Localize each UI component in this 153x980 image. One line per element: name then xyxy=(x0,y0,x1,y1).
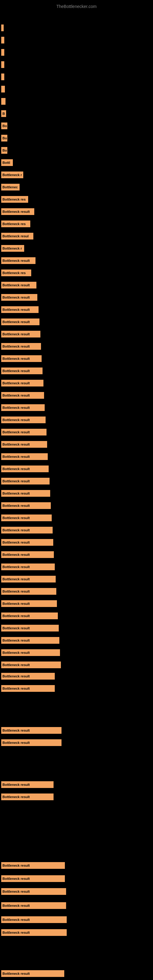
list-item: Bottleneck result xyxy=(1,637,59,644)
list-item: Bottleneck result xyxy=(1,208,34,215)
bar-label: Bottleneck result xyxy=(2,614,30,618)
list-item xyxy=(1,24,4,31)
list-item: Bottleneck result xyxy=(1,527,53,533)
list-item: Bottleneck result xyxy=(1,331,40,337)
list-item: Bottl xyxy=(1,159,13,166)
bar-label: Bottleneck result xyxy=(2,528,30,532)
bar-label: Bottleneck result xyxy=(2,663,30,667)
list-item: Bottleneck result xyxy=(1,490,50,497)
list-item: Bottleneck result xyxy=(1,380,43,387)
bar-label: Bottleneck result xyxy=(2,283,30,287)
list-item: Bottleneck result xyxy=(1,417,46,423)
bar-label: Bottleneck result xyxy=(2,783,30,786)
list-item: Bottleneck result xyxy=(1,551,54,558)
list-item: Bo xyxy=(1,135,7,142)
bar-label: Bottleneck result xyxy=(2,565,30,569)
bar-label: Bottleneck result xyxy=(2,369,30,373)
bar-label: Bottlenec xyxy=(2,185,18,189)
bar-label: Bottleneck result xyxy=(2,345,30,348)
list-item: Bottleneck result xyxy=(1,781,54,788)
list-item: Bottleneck result xyxy=(1,739,62,746)
bar-label: Bottleneck result xyxy=(2,504,30,508)
bar-label: Bottleneck result xyxy=(2,492,30,495)
list-item: Bottleneck result xyxy=(1,662,61,668)
list-item: Bottleneck resul xyxy=(1,233,33,240)
list-item: Bottleneck result xyxy=(1,343,41,350)
bar-label: B xyxy=(2,112,5,115)
list-item: Bottleneck result xyxy=(1,306,38,313)
list-item: Bo xyxy=(1,123,7,129)
bar-label: Bottleneck result xyxy=(2,479,30,483)
list-item: Bottleneck result xyxy=(1,478,49,485)
bar-label: Bottleneck result xyxy=(2,651,30,654)
bar-label: Bottleneck result xyxy=(2,972,30,975)
list-item: Bottleneck result xyxy=(1,902,66,909)
list-item: Bottleneck result xyxy=(1,888,66,895)
bar-label: Bottleneck result xyxy=(2,626,30,630)
bar-label: Bottleneck result xyxy=(2,296,30,299)
list-item: Bottleneck result xyxy=(1,539,53,546)
bar-label: Bottleneck result xyxy=(2,210,30,213)
list-item: Bottleneck r xyxy=(1,172,23,178)
bar-label: Bottleneck result xyxy=(2,357,30,360)
bar-label: Bottleneck result xyxy=(2,590,30,593)
list-item: B xyxy=(1,110,6,117)
bar-label: Bottleneck result xyxy=(2,259,30,262)
bar-label: Bottleneck result xyxy=(2,918,30,921)
list-item: Bottleneck r xyxy=(1,245,24,252)
list-item: Bottleneck result xyxy=(1,875,65,882)
list-item xyxy=(1,98,5,105)
bar-label: Bottleneck result xyxy=(2,541,30,544)
list-item: Bottleneck result xyxy=(1,514,52,521)
list-item: Bottleneck res xyxy=(1,196,28,203)
bar-label: Bottleneck result xyxy=(2,904,30,907)
bar-label: Bottleneck result xyxy=(2,516,30,520)
list-item: Bottleneck result xyxy=(1,563,55,570)
bar-label: Bottleneck result xyxy=(2,890,30,893)
list-item: Bottleneck result xyxy=(1,392,44,399)
list-item: Bottleneck result xyxy=(1,257,35,264)
bar-label: Bo xyxy=(2,136,7,140)
list-item: Bottleneck res xyxy=(1,221,30,227)
bar-label: Bottleneck result xyxy=(2,741,30,745)
list-item: Bottlenec xyxy=(1,184,19,191)
list-item: Bottleneck result xyxy=(1,502,51,509)
list-item: Bottleneck result xyxy=(1,727,62,734)
list-item: Bottleneck result xyxy=(1,916,67,923)
list-item xyxy=(1,37,4,43)
list-item: Bottleneck result xyxy=(1,404,45,411)
bar-label: Bottleneck result xyxy=(2,308,30,312)
list-item: Bottleneck result xyxy=(1,685,55,692)
bar-label: Bottl xyxy=(2,161,10,164)
bar-label: Bottleneck result xyxy=(2,467,30,471)
list-item: Bottleneck result xyxy=(1,862,65,869)
list-item: Bo xyxy=(1,147,7,154)
list-item: Bottleneck result xyxy=(1,576,56,582)
bar-label: Bottleneck result xyxy=(2,418,30,422)
bar-label: Bottleneck result xyxy=(2,381,30,385)
list-item: Bottleneck result xyxy=(1,466,49,472)
bar-label: Bottleneck r xyxy=(2,173,22,177)
bar-label: Bottleneck result xyxy=(2,332,30,336)
list-item: Bottleneck result xyxy=(1,429,46,436)
list-item: Bottleneck result xyxy=(1,929,67,936)
bar-label: Bottleneck result xyxy=(2,430,30,434)
list-item: Bottleneck result xyxy=(1,625,59,632)
list-item: Bottleneck result xyxy=(1,318,40,325)
bar-label: Bottleneck resul xyxy=(2,234,29,238)
list-item: Bottleneck result xyxy=(1,588,56,595)
list-item: Bottleneck result xyxy=(1,600,57,607)
list-item: Bottleneck result xyxy=(1,282,37,288)
bar-label: Bottleneck result xyxy=(2,442,30,446)
bar-label: Bottleneck result xyxy=(2,675,30,678)
list-item xyxy=(1,49,4,56)
bar-label: Bottleneck result xyxy=(2,877,30,880)
bar-label: Bottleneck res xyxy=(2,222,26,226)
bar-label: Bottleneck result xyxy=(2,729,30,732)
list-item: Bottleneck result xyxy=(1,368,43,374)
bar-label: Bottleneck result xyxy=(2,864,30,867)
list-item: Bottleneck result xyxy=(1,294,37,301)
list-item: Bottleneck result xyxy=(1,673,55,679)
bar-label: Bottleneck result xyxy=(2,687,30,690)
list-item: Bottleneck result xyxy=(1,970,64,977)
